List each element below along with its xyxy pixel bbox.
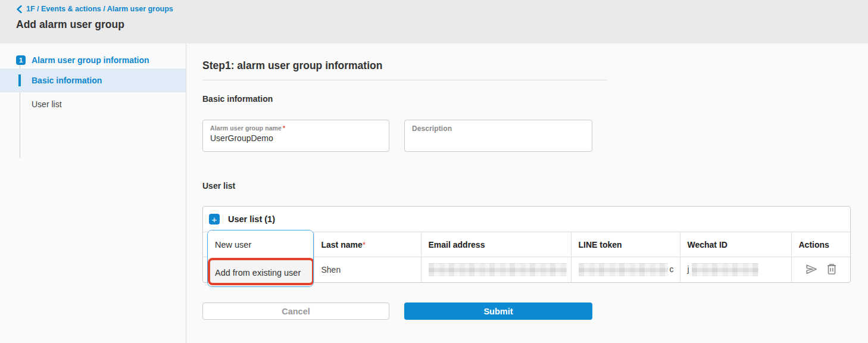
active-indicator-bar xyxy=(18,74,21,86)
main-content: Step1: alarm user group information Basi… xyxy=(186,43,868,343)
plus-icon: + xyxy=(212,215,217,224)
column-header-last-name: Last name* xyxy=(314,232,421,257)
column-header-actions: Actions xyxy=(791,232,851,257)
alarm-user-group-name-field[interactable]: Alarm user group name* xyxy=(202,120,389,152)
user-list-panel: + User list (1) Last name* Email address… xyxy=(202,206,851,283)
heading-divider xyxy=(202,80,607,80)
menu-item-new-user[interactable]: New user xyxy=(208,230,313,258)
sidebar-item-user-list[interactable]: User list xyxy=(0,92,186,116)
user-list-heading: User list xyxy=(202,181,868,191)
step-number-badge: 1 xyxy=(16,55,26,65)
breadcrumb[interactable]: 1F / Events & actions / Alarm user group… xyxy=(16,5,868,13)
cell-email xyxy=(421,257,571,283)
cell-wechat-id: j xyxy=(680,257,791,283)
trash-icon xyxy=(826,263,838,277)
field-label: Description xyxy=(412,124,592,133)
sidebar-item-label: Basic information xyxy=(32,76,102,85)
required-marker: * xyxy=(363,240,366,250)
paper-plane-icon xyxy=(805,263,818,277)
step-sidebar: 1 Alarm user group information Basic inf… xyxy=(0,43,186,343)
delete-user-button[interactable] xyxy=(826,263,838,277)
column-header-email: Email address xyxy=(421,232,571,257)
basic-information-heading: Basic information xyxy=(202,94,868,104)
redacted-line-token xyxy=(579,263,668,276)
step-heading: Step1: alarm user group information xyxy=(202,60,868,72)
cell-last-name: Shen xyxy=(314,257,421,283)
submit-button[interactable]: Submit xyxy=(404,303,592,320)
sidebar-step-1[interactable]: 1 Alarm user group information xyxy=(0,51,186,68)
redacted-email xyxy=(429,263,567,276)
page-header: 1F / Events & actions / Alarm user group… xyxy=(0,0,868,43)
send-test-button[interactable] xyxy=(805,263,818,277)
alarm-user-group-name-input[interactable] xyxy=(210,133,380,143)
add-user-dropdown: New user Add from existing user xyxy=(207,230,314,287)
column-header-wechat-id: Wechat ID xyxy=(680,232,791,257)
cell-actions xyxy=(791,257,851,283)
breadcrumb-label: 1F / Events & actions / Alarm user group… xyxy=(26,5,173,13)
sidebar-item-basic-information[interactable]: Basic information xyxy=(0,68,186,92)
field-label: Alarm user group name* xyxy=(210,124,389,132)
page-title: Add alarm user group xyxy=(16,18,868,31)
description-input[interactable] xyxy=(412,135,583,144)
redacted-wechat-id xyxy=(692,263,758,276)
line-token-suffix: c xyxy=(670,264,674,274)
step-label: Alarm user group information xyxy=(32,55,149,65)
user-list-panel-header: + User list (1) xyxy=(203,207,850,232)
user-list-panel-title: User list (1) xyxy=(228,214,275,224)
sidebar-item-label: User list xyxy=(32,99,62,109)
add-user-button[interactable]: + xyxy=(209,214,220,224)
chevron-left-icon xyxy=(16,5,23,13)
required-marker: * xyxy=(283,124,285,132)
wechat-prefix: j xyxy=(688,264,689,274)
description-field[interactable]: Description xyxy=(404,120,592,152)
menu-item-add-from-existing-user[interactable]: Add from existing user xyxy=(208,258,313,286)
cancel-button[interactable]: Cancel xyxy=(202,303,389,320)
column-header-line-token: LINE token xyxy=(571,232,680,257)
cell-line-token: c xyxy=(571,257,680,283)
